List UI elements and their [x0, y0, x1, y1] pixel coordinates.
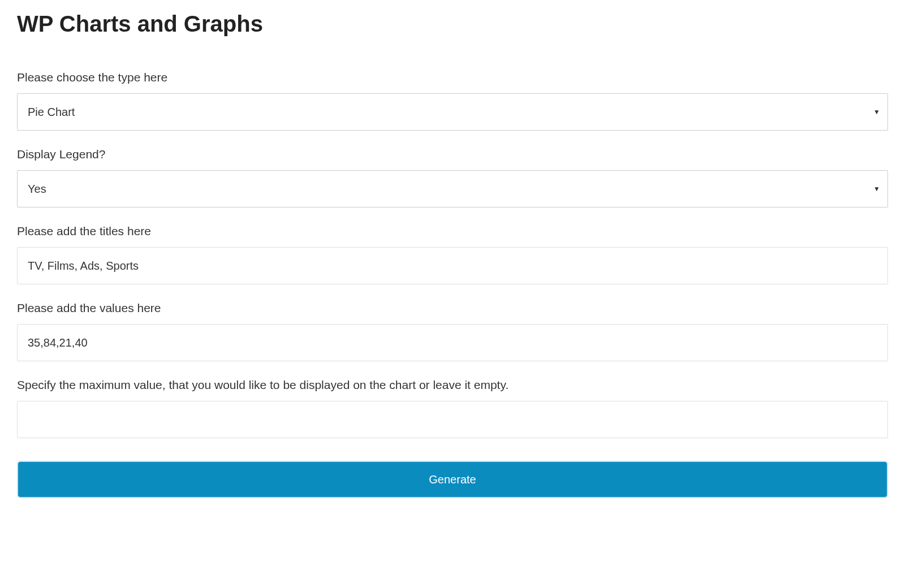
values-input[interactable]: [17, 324, 888, 361]
values-label: Please add the values here: [17, 301, 888, 315]
page-title: WP Charts and Graphs: [17, 11, 888, 37]
max-value-label: Specify the maximum value, that you woul…: [17, 378, 888, 392]
titles-input[interactable]: [17, 247, 888, 284]
display-legend-label: Display Legend?: [17, 148, 888, 161]
titles-label: Please add the titles here: [17, 224, 888, 238]
chart-type-select[interactable]: Pie Chart: [17, 93, 888, 131]
max-value-input[interactable]: [17, 401, 888, 438]
chart-type-label: Please choose the type here: [17, 71, 888, 84]
display-legend-select[interactable]: Yes: [17, 170, 888, 207]
generate-button[interactable]: Generate: [17, 461, 888, 498]
